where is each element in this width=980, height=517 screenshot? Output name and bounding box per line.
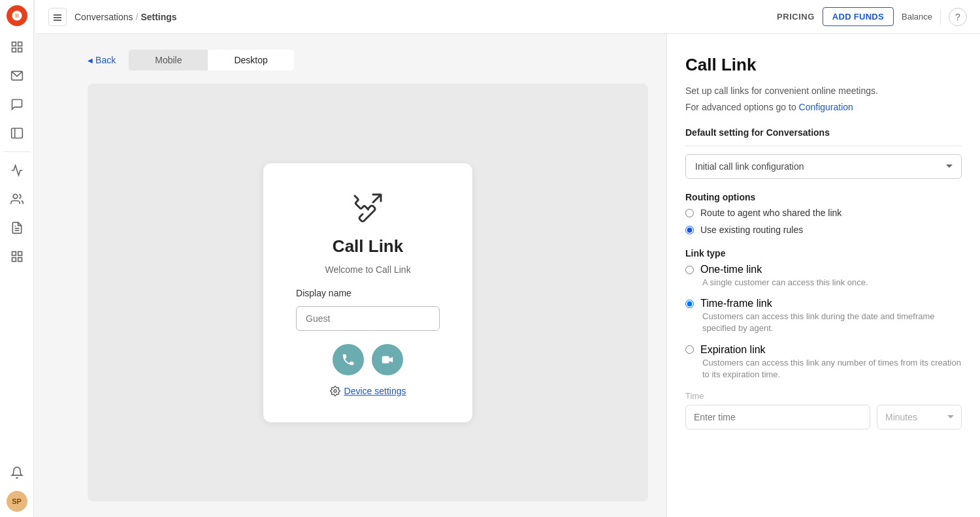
panel-description-1: Set up call links for convenient online … — [685, 84, 962, 98]
default-setting-label: Default setting for Conversations — [685, 127, 962, 138]
sidebar-item-contacts[interactable] — [4, 120, 30, 146]
display-name-input[interactable] — [296, 306, 440, 331]
link-type-radio-one-time[interactable] — [685, 266, 694, 274]
svg-rect-1 — [12, 42, 16, 46]
link-type-expiration: Expiration link Customers can access thi… — [685, 344, 962, 381]
routing-options-group: Route to agent who shared the link Use e… — [685, 208, 962, 235]
enter-time-input[interactable] — [685, 405, 870, 430]
link-type-radio-expiration[interactable] — [685, 345, 694, 354]
link-type-label-expiration: Expiration link — [700, 344, 766, 356]
time-label: Time — [685, 391, 962, 401]
routing-options-label: Routing options — [685, 192, 962, 202]
link-type-label-time-frame: Time-frame link — [700, 298, 772, 309]
svg-rect-14 — [18, 258, 22, 262]
sidebar-divider — [3, 151, 30, 152]
device-settings-link[interactable]: Device settings — [330, 386, 406, 396]
main-container: Back Mobile Desktop Call Link Welcome to… — [69, 34, 980, 517]
video-button[interactable] — [372, 344, 403, 375]
sidebar-item-team[interactable] — [4, 186, 30, 212]
minutes-select[interactable]: Minutes Hours Days — [877, 405, 962, 430]
user-avatar[interactable]: SP — [7, 491, 27, 512]
default-setting-select[interactable]: Initial call link configuration — [685, 154, 962, 179]
svg-rect-18 — [382, 356, 389, 363]
configuration-link[interactable]: Configuration — [799, 102, 853, 112]
preview-area: Call Link Welcome to Call Link Display n… — [88, 84, 648, 501]
routing-radio-agent[interactable] — [685, 209, 694, 217]
pricing-link[interactable]: PRICING — [777, 12, 815, 22]
link-type-time-frame-header: Time-frame link — [685, 298, 962, 309]
add-funds-button[interactable]: ADD FUNDS — [823, 7, 894, 26]
link-type-desc-time-frame: Customers can access this link during th… — [702, 311, 962, 334]
sidebar-item-notifications[interactable] — [4, 460, 30, 486]
expand-button[interactable] — [48, 8, 67, 26]
sidebar: SP — [0, 0, 34, 517]
link-type-group: One-time link A single customer can acce… — [685, 264, 962, 381]
sidebar-item-apps[interactable] — [4, 243, 30, 270]
sidebar-item-reports[interactable] — [4, 215, 30, 241]
svg-rect-13 — [12, 258, 16, 262]
device-settings-text: Device settings — [344, 386, 406, 396]
call-link-card: Call Link Welcome to Call Link Display n… — [263, 163, 472, 422]
routing-radio-existing[interactable] — [685, 226, 694, 234]
routing-option-agent[interactable]: Route to agent who shared the link — [685, 208, 962, 218]
mobile-tab[interactable]: Mobile — [129, 50, 208, 70]
panel-title: Call Link — [685, 55, 962, 75]
top-controls: Back Mobile Desktop — [88, 50, 648, 70]
link-type-one-time: One-time link A single customer can acce… — [685, 264, 962, 289]
sidebar-bottom: SP — [4, 460, 30, 512]
topbar-right: PRICING ADD FUNDS Balance ? — [777, 7, 967, 26]
section-divider — [685, 146, 962, 146]
left-panel: Back Mobile Desktop Call Link Welcome to… — [69, 34, 666, 517]
view-toggle: Mobile Desktop — [129, 50, 294, 70]
time-inputs: Minutes Hours Days — [685, 405, 962, 430]
breadcrumb-part1: Conversations — [74, 12, 133, 22]
svg-point-8 — [13, 195, 18, 199]
link-type-time-frame: Time-frame link Customers can access thi… — [685, 298, 962, 334]
breadcrumb: Conversations / Settings — [74, 12, 777, 22]
link-type-label-one-time: One-time link — [700, 264, 762, 275]
panel-description-2: For advanced options go to Configuration — [685, 101, 962, 114]
sidebar-item-dashboard[interactable] — [4, 34, 30, 60]
right-panel: Call Link Set up call links for convenie… — [666, 34, 980, 517]
app-logo[interactable] — [7, 5, 27, 26]
link-type-desc-expiration: Customers can access this link any numbe… — [702, 357, 962, 381]
routing-option-existing[interactable]: Use existing routing rules — [685, 225, 962, 235]
svg-rect-11 — [12, 252, 16, 256]
link-type-label: Link type — [685, 248, 962, 258]
link-type-desc-one-time: A single customer can access this link o… — [702, 277, 962, 289]
topbar: Conversations / Settings PRICING ADD FUN… — [35, 0, 980, 34]
routing-label-existing: Use existing routing rules — [700, 225, 803, 235]
sidebar-item-chat[interactable] — [4, 91, 30, 118]
help-button[interactable]: ? — [949, 8, 967, 26]
call-button[interactable] — [333, 344, 364, 375]
routing-label-agent: Route to agent who shared the link — [700, 208, 841, 218]
time-section: Time Minutes Hours Days — [685, 391, 962, 430]
gear-icon — [330, 386, 340, 396]
svg-rect-4 — [18, 48, 22, 52]
svg-rect-6 — [11, 129, 22, 138]
sidebar-item-inbox[interactable] — [4, 63, 30, 89]
svg-rect-12 — [18, 252, 22, 256]
sidebar-item-analytics[interactable] — [4, 157, 30, 183]
back-link[interactable]: Back — [88, 55, 116, 65]
desktop-tab[interactable]: Desktop — [208, 50, 293, 70]
balance-label: Balance — [902, 12, 932, 22]
breadcrumb-part2: Settings — [140, 12, 176, 22]
breadcrumb-separator: / — [136, 12, 139, 22]
card-title: Call Link — [333, 236, 403, 257]
phone-link-icon — [348, 189, 387, 228]
link-type-radio-time-frame[interactable] — [685, 300, 694, 308]
display-name-label: Display name — [296, 288, 351, 298]
link-type-expiration-header: Expiration link — [685, 344, 962, 356]
svg-rect-2 — [18, 42, 22, 46]
card-subtitle: Welcome to Call Link — [325, 264, 410, 275]
action-buttons — [333, 344, 403, 375]
svg-rect-3 — [12, 48, 16, 52]
topbar-divider — [940, 9, 941, 25]
link-type-one-time-header: One-time link — [685, 264, 962, 275]
svg-point-19 — [334, 390, 336, 392]
